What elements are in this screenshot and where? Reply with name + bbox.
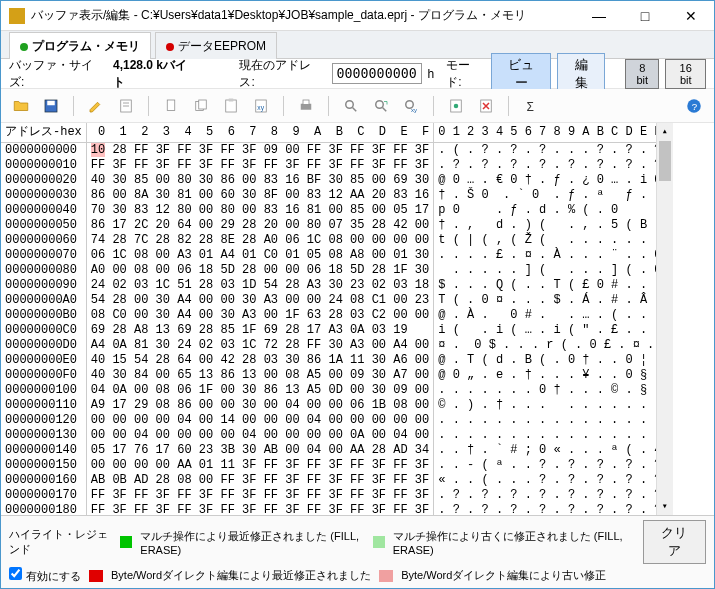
hex-row[interactable]: 86 00 8A 30 81 00 60 30 8F 00 83 12 AA 2… — [91, 188, 429, 203]
address-cell[interactable]: 00000000D0 — [5, 338, 82, 353]
16bit-button[interactable]: 16 bit — [665, 59, 706, 89]
help-icon[interactable]: ? — [682, 94, 706, 118]
address-cell[interactable]: 0000000140 — [5, 443, 82, 458]
ascii-row: . . † . ` # ; 0 « . . . ª ( . 4 — [438, 443, 668, 458]
address-cell[interactable]: 0000000100 — [5, 383, 82, 398]
svg-rect-9 — [229, 98, 234, 101]
hex-row[interactable]: 00 00 00 00 AA 01 11 3F FF 3F FF 3F FF 3… — [91, 458, 429, 473]
scroll-thumb[interactable] — [659, 141, 671, 181]
address-cell[interactable]: 0000000150 — [5, 458, 82, 473]
hex-row[interactable]: FF 3F FF 3F FF 3F FF 3F FF 3F FF 3F FF 3… — [91, 488, 429, 503]
minimize-button[interactable]: — — [576, 1, 622, 30]
search-next-icon[interactable] — [369, 94, 393, 118]
hex-row[interactable]: 05 17 76 17 60 23 3B 30 AB 00 04 00 AA 2… — [91, 443, 429, 458]
ascii-row: p 0 . ƒ . d . % ( . 0 — [438, 203, 668, 218]
address-cell[interactable]: 00000000A0 — [5, 293, 82, 308]
address-cell[interactable]: 0000000080 — [5, 263, 82, 278]
scroll-down-icon[interactable]: ▾ — [657, 498, 673, 515]
svg-line-15 — [353, 107, 357, 111]
ascii-row: . ? . ? . ? . ? . ? . ? . ? . ? — [438, 158, 668, 173]
swatch-lightred — [379, 570, 393, 582]
hex-row[interactable]: A9 17 29 08 86 00 00 30 00 04 00 00 06 1… — [91, 398, 429, 413]
maximize-button[interactable]: □ — [622, 1, 668, 30]
svg-rect-7 — [199, 100, 207, 109]
hex-row[interactable]: A4 0A 81 30 24 02 03 1C 72 28 FF 30 A3 0… — [91, 338, 429, 353]
address-cell[interactable]: 0000000130 — [5, 428, 82, 443]
save-icon[interactable] — [39, 94, 63, 118]
hex-row[interactable]: 10 28 FF 3F FF 3F FF 3F 09 00 FF 3F FF 3… — [91, 143, 429, 158]
address-input[interactable] — [332, 63, 422, 84]
svg-rect-13 — [303, 100, 309, 105]
address-cell[interactable]: 0000000040 — [5, 203, 82, 218]
print-icon[interactable] — [294, 94, 318, 118]
tab-program-memory[interactable]: プログラム・メモリ — [9, 32, 151, 59]
hex-row[interactable]: FF 3F FF 3F FF 3F FF 3F FF 3F FF 3F FF 3… — [91, 158, 429, 173]
clear-button[interactable]: クリア — [643, 520, 706, 564]
hex-row[interactable]: 40 15 54 28 64 00 42 28 03 30 86 1A 11 3… — [91, 353, 429, 368]
hex-row[interactable]: 40 30 84 00 65 13 86 13 00 08 A5 00 09 3… — [91, 368, 429, 383]
hex-row[interactable]: 08 C0 00 30 A4 00 30 A3 00 1F 63 28 03 C… — [91, 308, 429, 323]
address-cell[interactable]: 0000000030 — [5, 188, 82, 203]
hex-row[interactable]: A0 00 08 00 06 18 5D 28 00 00 06 18 5D 2… — [91, 263, 429, 278]
address-cell[interactable]: 0000000000 — [5, 143, 82, 158]
ascii-row: © . ) . † . . . . . . . . . . — [438, 398, 668, 413]
list-icon[interactable] — [114, 94, 138, 118]
legend: ハイライト・レジェンド マルチ操作により最近修正されました (FILL, ERA… — [1, 515, 714, 588]
scrollbar[interactable]: ▴ ▾ — [656, 123, 673, 515]
hex-row[interactable]: 04 0A 00 08 06 1F 00 30 86 13 A5 0D 00 3… — [91, 383, 429, 398]
address-cell[interactable]: 00000000E0 — [5, 353, 82, 368]
hex-row[interactable]: 06 1C 08 00 A3 01 A4 01 C0 01 05 08 A8 0… — [91, 248, 429, 263]
hex-row[interactable]: FF 3F FF 3F FF 3F FF 3F FF 3F FF 3F FF 3… — [91, 503, 429, 515]
svg-point-16 — [376, 100, 384, 108]
address-cell[interactable]: 0000000010 — [5, 158, 82, 173]
enable-checkbox[interactable]: 有効にする — [9, 567, 81, 584]
hex-row[interactable]: 00 00 04 00 00 00 00 04 00 00 00 00 0A 0… — [91, 428, 429, 443]
paste-icon[interactable] — [219, 94, 243, 118]
xy-icon[interactable]: xy — [249, 94, 273, 118]
address-cell[interactable]: 0000000090 — [5, 278, 82, 293]
hex-row[interactable]: 86 17 2C 20 64 00 29 28 20 00 80 07 35 2… — [91, 218, 429, 233]
8bit-button[interactable]: 8 bit — [625, 59, 660, 89]
search-icon[interactable] — [339, 94, 363, 118]
mode-label: モード: — [446, 57, 485, 91]
hex-row[interactable]: 70 30 83 12 80 00 80 00 83 16 81 00 85 0… — [91, 203, 429, 218]
sigma-icon[interactable]: Σ — [519, 94, 543, 118]
address-cell[interactable]: 0000000170 — [5, 488, 82, 503]
current-address-label: 現在のアドレス: — [239, 57, 325, 91]
hex-list[interactable]: 10 28 FF 3F FF 3F FF 3F 09 00 FF 3F FF 3… — [87, 143, 433, 515]
scroll-up-icon[interactable]: ▴ — [657, 123, 673, 140]
address-cell[interactable]: 0000000110 — [5, 398, 82, 413]
hex-row[interactable]: 24 02 03 1C 51 28 03 1D 54 28 A3 30 23 0… — [91, 278, 429, 293]
options2-icon[interactable] — [474, 94, 498, 118]
legend-byte-old: Byte/Wordダイレクト編集により古い修正 — [401, 568, 606, 583]
copy2-icon[interactable] — [189, 94, 213, 118]
hex-row[interactable]: 00 00 00 00 04 00 14 00 00 00 04 00 00 0… — [91, 413, 429, 428]
address-cell[interactable]: 0000000050 — [5, 218, 82, 233]
address-cell[interactable]: 00000000B0 — [5, 308, 82, 323]
address-cell[interactable]: 0000000020 — [5, 173, 82, 188]
hex-row[interactable]: 40 30 85 00 80 30 86 00 83 16 BF 30 85 0… — [91, 173, 429, 188]
address-cell[interactable]: 0000000120 — [5, 413, 82, 428]
hex-header[interactable]: 0 1 2 3 4 5 6 7 8 9 A B C D E F — [87, 123, 433, 143]
address-cell[interactable]: 0000000060 — [5, 233, 82, 248]
address-cell[interactable]: 00000000C0 — [5, 323, 82, 338]
address-cell[interactable]: 0000000180 — [5, 503, 82, 515]
options1-icon[interactable] — [444, 94, 468, 118]
svg-text:xy: xy — [411, 107, 417, 113]
address-cell[interactable]: 0000000070 — [5, 248, 82, 263]
open-icon[interactable] — [9, 94, 33, 118]
copy-icon[interactable] — [159, 94, 183, 118]
ascii-row: $ . . . Q ( . . T ( £ 0 # . . . — [438, 278, 668, 293]
address-cell[interactable]: 00000000F0 — [5, 368, 82, 383]
tab-data-eeprom[interactable]: データEEPROM — [155, 32, 277, 59]
hex-row[interactable]: 69 28 A8 13 69 28 85 1F 69 28 17 A3 0A 0… — [91, 323, 429, 338]
search-xy-icon[interactable]: xy — [399, 94, 423, 118]
close-button[interactable]: ✕ — [668, 1, 714, 30]
ascii-row: † . , d . ) ( . , . 5 ( B . — [438, 218, 668, 233]
ascii-row: @ . T ( d . B ( . 0 † . . 0 ¦ . — [438, 353, 668, 368]
edit-icon[interactable] — [84, 94, 108, 118]
hex-row[interactable]: 54 28 00 30 A4 00 00 30 A3 00 00 24 08 C… — [91, 293, 429, 308]
hex-row[interactable]: AB 0B AD 28 08 00 FF 3F FF 3F FF 3F FF 3… — [91, 473, 429, 488]
address-cell[interactable]: 0000000160 — [5, 473, 82, 488]
hex-row[interactable]: 74 28 7C 28 82 28 8E 28 A0 06 1C 08 00 0… — [91, 233, 429, 248]
